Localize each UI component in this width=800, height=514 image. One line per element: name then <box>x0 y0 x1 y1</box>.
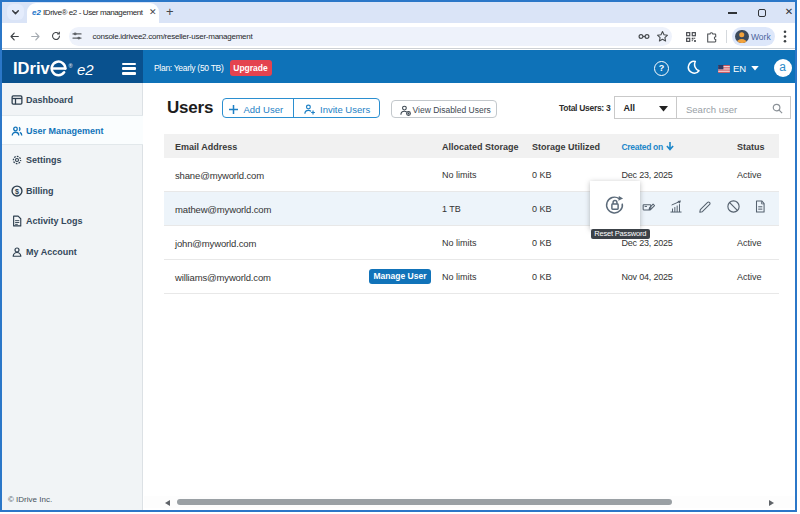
svg-text:$: $ <box>15 187 19 195</box>
